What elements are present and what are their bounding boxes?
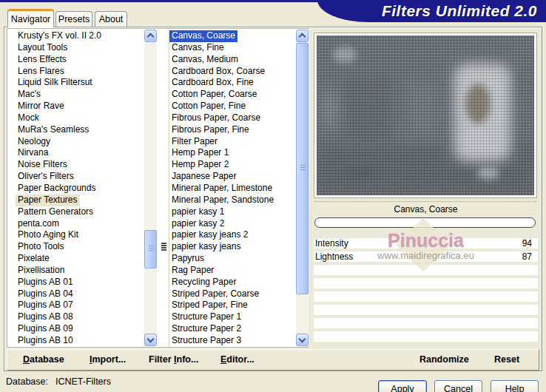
database-button[interactable]: Database (23, 350, 64, 370)
list-item[interactable]: Krusty's FX vol. II 2.0 (10, 30, 143, 42)
tab-presets[interactable]: Presets (55, 11, 92, 27)
list-item[interactable]: Cotton Paper, Fine (169, 101, 295, 112)
randomize-button[interactable]: Randomize (419, 350, 469, 370)
list-item[interactable]: Cardboard Box, Coarse (169, 66, 295, 78)
list-item[interactable]: Canvas, Fine (169, 42, 295, 54)
list-item[interactable]: Pixelate (10, 253, 143, 265)
list-item[interactable]: Plugins AB 09 (10, 323, 143, 335)
help-button[interactable]: Help (491, 380, 539, 392)
list-item[interactable]: Plugins AB 01 (10, 277, 143, 288)
list-item-label: Mac's (16, 89, 43, 101)
tab-navigator[interactable]: Navigator (7, 9, 54, 27)
list-item[interactable]: Striped Paper, Fine (169, 300, 295, 311)
list-item[interactable]: Plugins AB 04 (10, 288, 143, 300)
list-item[interactable]: Neology (10, 136, 143, 148)
list-item[interactable]: Fibrous Paper, Coarse (169, 112, 295, 124)
list-item-label: Photo Tools (16, 241, 67, 253)
list-item-label: Mirror Rave (16, 101, 67, 112)
list-item[interactable]: Lens Effects (10, 54, 143, 66)
list-item-label: Pixelate (16, 253, 52, 265)
list-item[interactable]: penta.com (10, 218, 143, 230)
scroll-down-button[interactable] (296, 334, 309, 346)
bottom-toolbar: Database Import... Filter Info... Editor… (7, 349, 539, 371)
list-item[interactable]: Mock (10, 112, 143, 124)
list-item[interactable]: Recycling Paper (169, 277, 295, 288)
list-item[interactable]: Plugins AB 08 (10, 311, 143, 323)
list-item-label: penta.com (16, 218, 61, 230)
list-item[interactable]: papier kasy 2 (169, 218, 295, 230)
list-item-label: Japanese Paper (169, 171, 238, 183)
list-item[interactable]: Pixellisation (10, 265, 143, 277)
list-item[interactable]: Mac's (10, 89, 143, 101)
scroll-up-button[interactable] (296, 30, 309, 42)
list-item-label: Krusty's FX vol. II 2.0 (16, 30, 104, 42)
list-item[interactable]: Cardboard Box, Fine (169, 77, 295, 89)
list-item[interactable]: Photo Tools (10, 241, 143, 253)
list-item-label: Plugins AB 09 (16, 323, 75, 335)
watermark-name: Pinuccia (314, 230, 538, 251)
list-item[interactable]: Lens Flares (10, 66, 143, 78)
scroll-down-button[interactable] (144, 334, 157, 346)
list-item[interactable]: papier kasy 1 (169, 206, 295, 218)
editor-button[interactable]: Editor... (220, 350, 255, 370)
list-item[interactable]: Papyrus (169, 253, 295, 265)
list-item[interactable]: Pattern Generators (10, 206, 143, 218)
import-button[interactable]: Import... (90, 350, 126, 370)
list-item[interactable]: Noise Filters (10, 159, 143, 171)
list-item[interactable]: Plugins AB 10 (10, 335, 143, 347)
list-item[interactable]: Striped Paper, Coarse (169, 288, 295, 300)
chevron-down-icon (299, 336, 306, 343)
list-item-label: Pixellisation (16, 265, 67, 277)
list-item-label: Cotton Paper, Fine (169, 101, 248, 112)
preview-image (317, 36, 534, 195)
list-item-label: Lens Flares (16, 66, 67, 78)
navigator-scrollbar[interactable] (144, 30, 157, 346)
scroll-thumb[interactable] (144, 230, 157, 268)
list-item[interactable]: Canvas, Coarse (169, 30, 295, 42)
list-item[interactable]: Photo Aging Kit (10, 229, 143, 241)
list-item-label: Filter Paper (169, 136, 220, 148)
tab-about[interactable]: About (95, 11, 127, 27)
list-item[interactable]: Rag Paper (169, 265, 295, 277)
list-item[interactable]: Paper Textures (10, 195, 143, 206)
list-item[interactable]: Structure Paper 1 (169, 311, 295, 323)
scroll-up-button[interactable] (144, 30, 157, 42)
list-item-label: Fibrous Paper, Fine (169, 124, 252, 136)
filter-info-button[interactable]: Filter Info... (149, 350, 198, 370)
slider-row-empty (314, 331, 538, 342)
list-item[interactable]: MuRa's Seamless (10, 124, 143, 136)
list-item[interactable]: papier kasy jeans (169, 241, 295, 253)
list-item[interactable]: Mirror Rave (10, 101, 143, 112)
list-item[interactable]: Nirvana (10, 147, 143, 159)
list-item[interactable]: Liquid Silk Filtersut (10, 77, 143, 89)
apply-button[interactable]: Apply (378, 380, 427, 392)
app-title: Filters Unlimited 2.0 (382, 1, 537, 21)
list-item[interactable]: Hemp Paper 1 (169, 147, 295, 159)
list-item[interactable]: Structure Paper 3 (169, 335, 295, 347)
list-item-label: Striped Paper, Fine (169, 300, 250, 311)
list-item[interactable]: Paper Backgrounds (10, 183, 143, 195)
list-item[interactable]: Mineral Paper, Sandstone (169, 195, 295, 206)
list-item-label: Plugins AB 07 (16, 300, 75, 311)
filters-unlimited-dialog: Filters Unlimited 2.0 Navigator Presets … (0, 0, 546, 392)
list-item[interactable]: Mineral Paper, Limestone (169, 183, 295, 195)
cancel-button[interactable]: Cancel (434, 380, 482, 392)
list-item[interactable]: Structure Paper 2 (169, 323, 295, 335)
list-item[interactable]: Plugins AB 07 (10, 300, 143, 311)
status-value: ICNET-Filters (55, 376, 111, 387)
reset-button[interactable]: Reset (494, 350, 519, 370)
list-item[interactable]: Filter Paper (169, 136, 295, 148)
scroll-thumb[interactable] (296, 43, 309, 294)
list-item[interactable]: Oliver's Filters (10, 171, 143, 183)
status-bar: Database:ICNET-Filters (6, 376, 111, 387)
list-item[interactable]: Fibrous Paper, Fine (169, 124, 295, 136)
list-item[interactable]: Cotton Paper, Coarse (169, 89, 295, 101)
filter-scrollbar[interactable] (296, 30, 309, 346)
list-item-label: Rag Paper (169, 265, 216, 277)
list-item[interactable]: papier kasy jeans 2 (169, 229, 295, 241)
list-item[interactable]: Hemp Paper 2 (169, 159, 295, 171)
list-item[interactable]: Canvas, Medium (169, 54, 295, 66)
list-item[interactable]: Layout Tools (10, 42, 143, 54)
list-item[interactable]: Japanese Paper (169, 171, 295, 183)
list-item-label: Mock (16, 112, 41, 124)
